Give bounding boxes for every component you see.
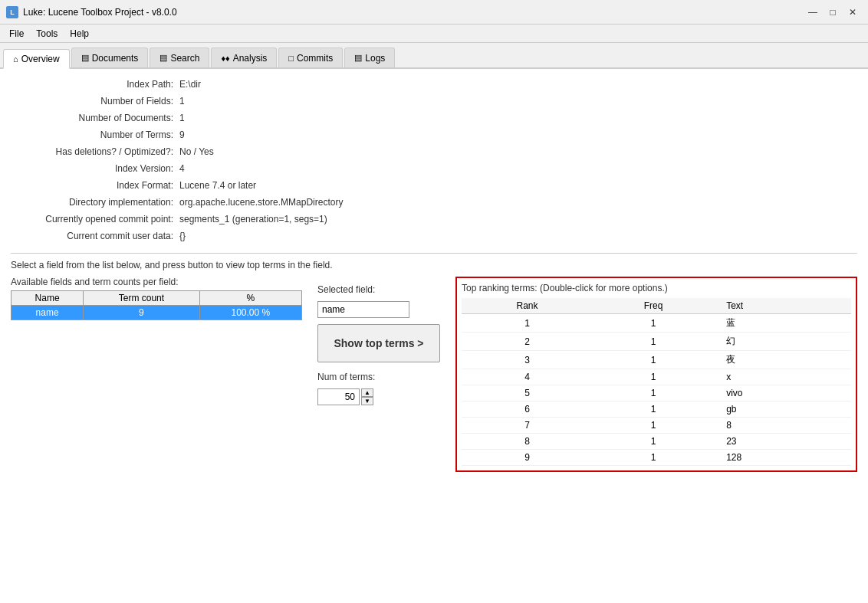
ranking-table-row[interactable]: 8123	[462, 434, 851, 450]
tab-icon-commits: □	[288, 54, 294, 63]
text-cell: x	[714, 369, 851, 385]
bottom-section: Available fields and term counts per fie…	[11, 277, 857, 472]
spin-up-button[interactable]: ▲	[361, 388, 373, 397]
freq-cell: 1	[593, 314, 714, 333]
info-label: Index Version:	[11, 161, 179, 176]
tab-label-overview: Overview	[21, 54, 60, 64]
ranking-table-row[interactable]: 21幻	[462, 333, 851, 351]
spin-down-button[interactable]: ▼	[361, 397, 373, 405]
tab-label-documents: Documents	[92, 53, 139, 64]
ranking-table-row[interactable]: 11蓝	[462, 314, 851, 333]
ranking-table-row[interactable]: 91128	[462, 450, 851, 466]
main-content: Index Path:E:\dirNumber of Fields:1Numbe…	[0, 69, 868, 603]
tab-label-logs: Logs	[365, 53, 385, 64]
ranking-table-row[interactable]: 718	[462, 418, 851, 434]
freq-cell: 1	[593, 351, 714, 369]
tab-label-search: Search	[170, 53, 199, 64]
rank-cell: 6	[462, 401, 593, 418]
text-cell: 蓝	[714, 314, 851, 333]
freq-cell: 1	[593, 333, 714, 351]
fields-cell-termCount: 9	[84, 306, 199, 320]
minimize-button[interactable]: —	[804, 3, 822, 21]
tab-icon-search: ▤	[159, 53, 167, 63]
tab-analysis[interactable]: ♦♦Analysis	[211, 48, 277, 67]
rank-cell: 7	[462, 418, 593, 434]
info-label: Index Format:	[11, 178, 179, 193]
text-cell: 幻	[714, 333, 851, 351]
text-cell: gb	[714, 401, 851, 418]
freq-cell: 1	[593, 450, 714, 466]
text-cell: vivo	[714, 385, 851, 401]
ranking-title: Top ranking terms: (Double-click for mor…	[462, 283, 851, 293]
freq-cell: 1	[593, 385, 714, 401]
section-description: Select a field from the list below, and …	[11, 253, 857, 270]
rank-cell: 2	[462, 333, 593, 351]
info-label: Directory implementation:	[11, 195, 179, 210]
fields-table: Name Term count % name9100.00 %	[11, 290, 302, 320]
info-section: Index Path:E:\dirNumber of Fields:1Numbe…	[11, 77, 857, 244]
text-cell: 8	[714, 418, 851, 434]
info-value: 1	[179, 93, 857, 109]
tab-label-analysis: Analysis	[233, 53, 268, 64]
window-controls: — □ ✕	[804, 3, 862, 21]
tab-bar: ⌂Overview▤Documents▤Search♦♦Analysis□Com…	[0, 43, 868, 69]
tab-overview[interactable]: ⌂Overview	[3, 49, 70, 69]
rank-cell: 5	[462, 385, 593, 401]
tab-documents[interactable]: ▤Documents	[71, 48, 149, 67]
menu-item-tools[interactable]: Tools	[30, 27, 64, 41]
ranking-panel: Top ranking terms: (Double-click for mor…	[455, 277, 857, 472]
ranking-table-row[interactable]: 31夜	[462, 351, 851, 369]
fields-table-row[interactable]: name9100.00 %	[12, 306, 302, 320]
col-percent: %	[199, 291, 301, 306]
tab-label-commits: Commits	[297, 53, 333, 64]
info-value: segments_1 (generation=1, segs=1)	[179, 211, 857, 227]
rank-cell: 8	[462, 434, 593, 450]
freq-cell: 1	[593, 369, 714, 385]
ranking-table: Rank Freq Text 11蓝21幻31夜41x51vivo61gb718…	[462, 298, 851, 466]
text-cell: 128	[714, 450, 851, 466]
tab-search[interactable]: ▤Search	[150, 48, 209, 67]
info-label: Number of Documents:	[11, 110, 179, 126]
close-button[interactable]: ✕	[843, 3, 862, 21]
info-value: No / Yes	[179, 144, 857, 159]
info-value: Lucene 7.4 or later	[179, 178, 857, 193]
menu-item-help[interactable]: Help	[64, 27, 95, 41]
info-label: Number of Fields:	[11, 93, 179, 109]
selected-field-label: Selected field:	[317, 284, 448, 295]
tab-icon-overview: ⌂	[13, 54, 18, 64]
rank-col-header: Rank	[462, 298, 593, 314]
ranking-table-row[interactable]: 51vivo	[462, 385, 851, 401]
menu-item-file[interactable]: File	[3, 27, 30, 41]
text-col-header: Text	[714, 298, 851, 314]
tab-icon-documents: ▤	[81, 53, 89, 63]
control-panel: Selected field: Show top terms > Num of …	[310, 277, 448, 472]
maximize-button[interactable]: □	[824, 3, 842, 21]
tab-icon-logs: ▤	[354, 53, 362, 63]
info-value: {}	[179, 228, 857, 244]
ranking-table-row[interactable]: 61gb	[462, 401, 851, 418]
spin-buttons: ▲ ▼	[361, 388, 373, 405]
freq-cell: 1	[593, 434, 714, 450]
info-value: 1	[179, 110, 857, 126]
tab-commits[interactable]: □Commits	[278, 48, 343, 67]
info-label: Current commit user data:	[11, 228, 179, 244]
num-of-terms-input[interactable]	[317, 388, 360, 405]
menu-bar: FileToolsHelp	[0, 25, 868, 43]
info-label: Number of Terms:	[11, 127, 179, 143]
num-of-terms-label: Num of terms:	[317, 372, 448, 382]
tab-logs[interactable]: ▤Logs	[344, 48, 395, 67]
freq-cell: 1	[593, 418, 714, 434]
info-value: E:\dir	[179, 77, 857, 92]
text-cell: 夜	[714, 351, 851, 369]
window-title: Luke: Lucene Toolbox Project - v8.0.0	[23, 7, 177, 18]
ranking-table-row[interactable]: 41x	[462, 369, 851, 385]
fields-panel: Available fields and term counts per fie…	[11, 277, 302, 472]
freq-cell: 1	[593, 401, 714, 418]
selected-field-input[interactable]	[317, 301, 409, 318]
col-name: Name	[12, 291, 84, 306]
show-top-terms-button[interactable]: Show top terms >	[317, 324, 440, 362]
rank-cell: 3	[462, 351, 593, 369]
col-term-count: Term count	[84, 291, 199, 306]
app-icon: L	[6, 6, 18, 18]
num-of-terms-row: ▲ ▼	[317, 388, 448, 405]
